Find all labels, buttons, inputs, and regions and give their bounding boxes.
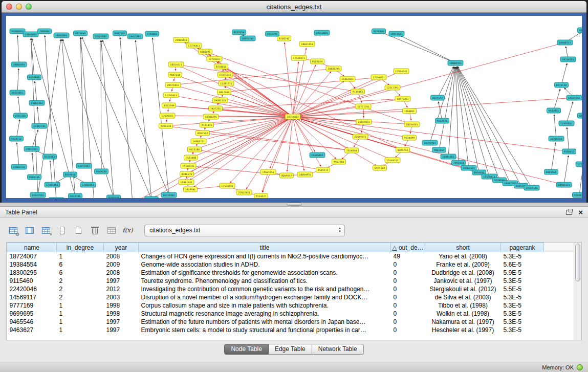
- table-row[interactable]: 946362711997Embryonic stem cells: a mode…: [7, 326, 574, 334]
- graph-node[interactable]: 12604731: [11, 164, 27, 169]
- graph-node[interactable]: 8841265: [578, 113, 582, 118]
- citation-edge-black[interactable]: [382, 33, 455, 63]
- graph-node[interactable]: 7514854: [345, 148, 359, 153]
- graph-node[interactable]: 9135482: [351, 89, 365, 94]
- citation-edge-red[interactable]: [293, 117, 321, 166]
- citation-edge-black[interactable]: [45, 35, 56, 198]
- graph-node[interactable]: 7592841: [38, 29, 52, 34]
- cell[interactable]: 0: [391, 310, 425, 318]
- citation-edge-red[interactable]: [293, 79, 375, 117]
- cell[interactable]: 5.3E-5: [501, 277, 544, 285]
- table-row[interactable]: 1872400712008Changes of HCN gene express…: [7, 252, 574, 260]
- graph-node[interactable]: 15345451: [310, 152, 325, 158]
- citation-network-graph[interactable]: 1872400717548471810307416636245118626419…: [6, 16, 582, 198]
- graph-node[interactable]: 15213441: [76, 163, 92, 168]
- citation-edge-black[interactable]: [38, 39, 61, 195]
- graph-node[interactable]: 7437231: [209, 106, 223, 111]
- cell[interactable]: 5.3E-5: [501, 301, 544, 310]
- graph-node[interactable]: 19411861: [127, 34, 143, 39]
- graph-node[interactable]: 9414712: [10, 136, 24, 141]
- merge-table-icon[interactable]: [104, 224, 118, 237]
- graph-node[interactable]: 10154261: [404, 122, 420, 127]
- graph-node[interactable]: 16975141: [240, 36, 255, 41]
- column-header-outde[interactable]: △ out_de…: [391, 243, 425, 252]
- cell[interactable]: 19384554: [7, 260, 57, 269]
- cell[interactable]: 9115460: [7, 277, 57, 285]
- graph-node[interactable]: 10973451: [395, 96, 410, 101]
- citation-edge-black[interactable]: [564, 156, 569, 185]
- citation-edge-black[interactable]: [50, 161, 52, 185]
- citation-edge-red[interactable]: [293, 89, 388, 117]
- citation-edge-black[interactable]: [31, 38, 34, 77]
- citation-edge-black[interactable]: [439, 102, 442, 121]
- graph-node[interactable]: 9313745: [69, 193, 82, 198]
- citation-edge-black[interactable]: [120, 37, 133, 198]
- column-header-name[interactable]: name: [7, 243, 57, 252]
- table-row[interactable]: 1456911722003Disruption of a novel membe…: [7, 293, 574, 301]
- graph-node[interactable]: 8246175: [180, 171, 194, 177]
- graph-node[interactable]: 8118011: [214, 64, 228, 69]
- tab-node-table[interactable]: Node Table: [224, 344, 269, 355]
- cell[interactable]: 9463627: [7, 326, 57, 334]
- row-height-icon[interactable]: [55, 224, 69, 237]
- citation-edge-red[interactable]: [293, 117, 315, 151]
- citation-edge-black[interactable]: [18, 97, 20, 116]
- citation-edge-black[interactable]: [17, 35, 19, 64]
- cell[interactable]: 1: [57, 252, 104, 260]
- citation-edge-black[interactable]: [554, 89, 560, 111]
- citation-edge-black[interactable]: [579, 168, 582, 195]
- citation-edge-red[interactable]: [136, 117, 293, 198]
- cell[interactable]: 1: [57, 326, 104, 334]
- citation-edge-red[interactable]: [293, 117, 565, 151]
- table-row[interactable]: 969969511998Structural magnetic resonanc…: [7, 310, 574, 318]
- graph-node[interactable]: 19017551: [24, 146, 39, 151]
- graph-node[interactable]: 17276411: [186, 43, 202, 48]
- graph-node[interactable]: 8443551: [545, 169, 558, 174]
- cell[interactable]: 0: [391, 277, 425, 285]
- graph-node[interactable]: 9154499: [403, 135, 417, 140]
- graph-node[interactable]: 13381741: [32, 123, 47, 128]
- graph-node[interactable]: 17548471: [291, 55, 307, 60]
- graph-node[interactable]: 5572391: [266, 31, 279, 36]
- graph-node[interactable]: 18648761: [448, 60, 463, 65]
- cell[interactable]: Hescheler et al. (1997): [425, 326, 501, 334]
- graph-node[interactable]: 9957984: [332, 159, 346, 164]
- graph-node[interactable]: 24127531: [30, 192, 46, 198]
- column-header-title[interactable]: title: [139, 243, 391, 252]
- graph-node[interactable]: 20571831: [165, 82, 181, 87]
- column-header-year[interactable]: year: [104, 243, 139, 252]
- graph-node[interactable]: 8240518: [107, 195, 121, 198]
- citation-edge-black[interactable]: [438, 67, 453, 98]
- citation-edge-black[interactable]: [554, 115, 556, 139]
- cell[interactable]: Estimation of significance thresholds fo…: [139, 269, 391, 277]
- graph-node[interactable]: 9841052: [432, 147, 446, 152]
- citation-edge-black[interactable]: [102, 40, 169, 195]
- graph-node[interactable]: 18724007: [285, 114, 300, 119]
- table-row[interactable]: 2242004622012Investigating the contribut…: [7, 285, 574, 293]
- graph-node[interactable]: 10216541: [549, 136, 564, 141]
- graph-node[interactable]: 9121475: [200, 122, 214, 127]
- graph-node[interactable]: 12481531: [179, 180, 194, 185]
- window-titlebar[interactable]: citations_edges.txt: [2, 1, 586, 13]
- graph-node[interactable]: 17415181: [45, 182, 60, 187]
- graph-node[interactable]: 8274134: [555, 82, 569, 87]
- graph-node[interactable]: 13041851: [23, 32, 38, 37]
- cell[interactable]: 6: [57, 260, 104, 269]
- cell[interactable]: 5.3E-5: [501, 318, 544, 326]
- citation-edge-black[interactable]: [37, 107, 39, 126]
- citation-edge-black[interactable]: [551, 143, 556, 172]
- graph-node[interactable]: 19631051: [260, 169, 276, 174]
- graph-node[interactable]: 27875341: [217, 72, 233, 77]
- graph-node[interactable]: 16859831: [356, 119, 372, 124]
- graph-node[interactable]: 8122483: [43, 154, 57, 159]
- column-header-indegree[interactable]: in_degree: [57, 243, 104, 252]
- table-row[interactable]: 1938455462009Genome-wide association stu…: [7, 260, 574, 269]
- scrollbar-thumb[interactable]: [575, 244, 580, 281]
- graph-node[interactable]: 19357181: [524, 185, 539, 190]
- graph-node[interactable]: 8679197: [431, 95, 445, 100]
- graph-node[interactable]: 7523468: [184, 155, 198, 160]
- graph-node[interactable]: 17934741: [394, 69, 409, 74]
- cell[interactable]: 5.6E-5: [501, 260, 544, 269]
- graph-node[interactable]: 10651181: [49, 198, 64, 198]
- citation-edge-red[interactable]: [205, 52, 408, 123]
